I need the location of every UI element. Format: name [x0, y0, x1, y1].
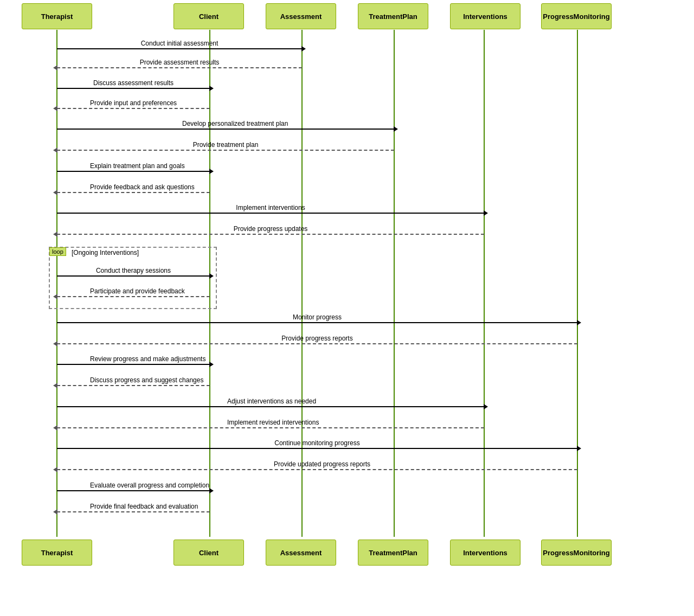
loop-label: loop [49, 247, 66, 256]
message-label-18: Continue monitoring progress [274, 439, 361, 447]
message-label-13: Provide progress reports [274, 335, 361, 342]
arrow-line-0 [57, 48, 302, 49]
message-label-16: Adjust interventions as needed [227, 397, 314, 405]
message-label-21: Provide final feedback and evaluation [90, 503, 177, 510]
arrow-line-10 [57, 275, 210, 277]
arrow-line-15 [57, 385, 210, 386]
arrow-line-18 [57, 448, 577, 449]
arrow-line-17 [57, 427, 484, 428]
arrow-line-1 [57, 67, 302, 68]
arrow-line-19 [57, 469, 577, 470]
sequence-diagram: TherapistClientAssessmentTreatmentPlanIn… [0, 0, 694, 616]
arrowhead-1 [53, 65, 57, 70]
lifeline-interventions: Interventions [450, 3, 520, 29]
arrowhead-19 [53, 467, 57, 472]
arrow-line-21 [57, 511, 210, 512]
arrowhead-14 [209, 362, 214, 367]
message-label-3: Provide input and preferences [90, 99, 177, 107]
arrowhead-8 [484, 210, 488, 216]
arrowhead-9 [53, 232, 57, 237]
arrow-line-9 [57, 234, 484, 235]
message-label-6: Explain treatment plan and goals [90, 162, 177, 170]
message-label-15: Discuss progress and suggest changes [90, 376, 177, 384]
arrowhead-20 [209, 488, 214, 493]
arrowhead-3 [53, 106, 57, 111]
lifeline-treatmentplan: TreatmentPlan [358, 3, 428, 29]
arrow-line-12 [57, 322, 577, 323]
message-label-10: Conduct therapy sessions [90, 267, 177, 274]
arrowhead-12 [577, 320, 581, 325]
arrow-line-16 [57, 406, 484, 407]
message-label-0: Conduct initial assessment [136, 40, 223, 47]
message-label-1: Provide assessment results [136, 59, 223, 66]
lifeline-bottom-progressmonitoring: ProgressMonitoring [541, 540, 612, 566]
lifeline-bottom-interventions: Interventions [450, 540, 520, 566]
message-label-20: Evaluate overall progress and completion [90, 482, 177, 489]
arrowhead-11 [53, 294, 57, 299]
arrow-line-20 [57, 490, 210, 491]
lifeline-line-progressmonitoring [577, 30, 578, 537]
lifeline-bottom-therapist: Therapist [22, 540, 92, 566]
arrow-line-6 [57, 171, 210, 172]
message-label-5: Provide treatment plan [182, 141, 269, 149]
loop-box: loop[Ongoing Interventions] [49, 247, 217, 309]
arrowhead-2 [209, 86, 214, 91]
arrowhead-21 [53, 509, 57, 515]
arrowhead-0 [301, 46, 306, 52]
lifeline-assessment: Assessment [266, 3, 336, 29]
message-label-12: Monitor progress [274, 313, 361, 321]
message-label-9: Provide progress updates [227, 225, 314, 233]
message-label-11: Participate and provide feedback [90, 287, 177, 295]
arrow-line-3 [57, 108, 210, 109]
lifeline-line-interventions [484, 30, 485, 537]
lifeline-bottom-treatmentplan: TreatmentPlan [358, 540, 428, 566]
arrowhead-16 [484, 404, 488, 409]
lifeline-bottom-assessment: Assessment [266, 540, 336, 566]
arrowhead-10 [209, 273, 214, 279]
lifeline-progressmonitoring: ProgressMonitoring [541, 3, 612, 29]
lifeline-bottom-client: Client [174, 540, 244, 566]
arrowhead-17 [53, 425, 57, 431]
arrow-line-8 [57, 213, 484, 214]
lifeline-client: Client [174, 3, 244, 29]
arrowhead-18 [577, 446, 581, 451]
message-label-2: Discuss assessment results [90, 79, 177, 87]
message-label-8: Implement interventions [227, 204, 314, 211]
arrowhead-5 [53, 147, 57, 153]
loop-guard: [Ongoing Interventions] [72, 249, 139, 256]
arrowhead-13 [53, 341, 57, 347]
message-label-7: Provide feedback and ask questions [90, 183, 177, 191]
message-label-19: Provide updated progress reports [274, 460, 361, 468]
arrow-line-11 [57, 296, 210, 297]
lifeline-line-treatmentplan [394, 30, 395, 537]
arrow-line-14 [57, 364, 210, 365]
arrowhead-15 [53, 383, 57, 388]
arrow-line-13 [57, 343, 577, 344]
arrow-line-5 [57, 150, 394, 151]
arrowhead-4 [394, 126, 398, 132]
message-label-17: Implement revised interventions [227, 419, 314, 426]
arrow-line-2 [57, 88, 210, 89]
message-label-14: Review progress and make adjustments [90, 355, 177, 363]
lifeline-therapist: Therapist [22, 3, 92, 29]
message-label-4: Develop personalized treatment plan [182, 120, 269, 127]
arrowhead-6 [209, 169, 214, 174]
arrow-line-7 [57, 192, 210, 193]
arrowhead-7 [53, 190, 57, 195]
arrow-line-4 [57, 129, 394, 130]
